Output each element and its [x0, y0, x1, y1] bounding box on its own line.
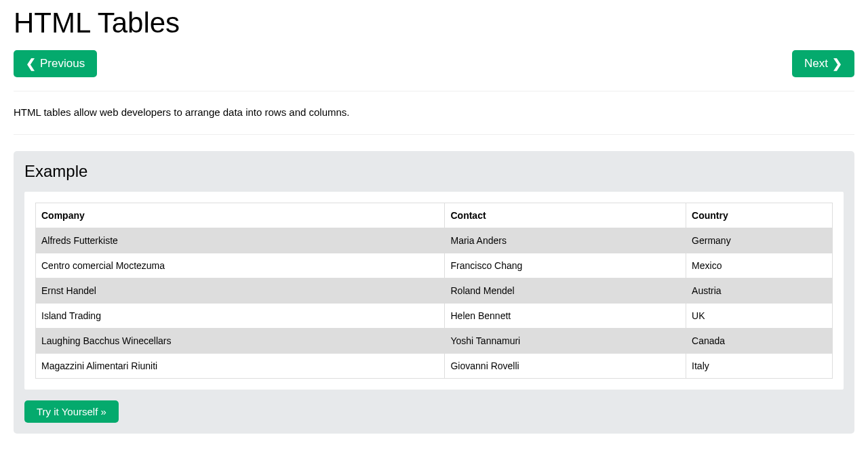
table-cell: Austria: [686, 278, 833, 303]
table-cell: Alfreds Futterkiste: [36, 228, 445, 253]
table-cell: Mexico: [686, 253, 833, 278]
table-row: Centro comercial Moctezuma Francisco Cha…: [36, 253, 833, 278]
try-it-yourself-button[interactable]: Try it Yourself »: [24, 400, 119, 423]
table-header-cell: Country: [686, 203, 833, 228]
table-cell: Island Trading: [36, 303, 445, 328]
previous-button-label: Previous: [40, 57, 85, 70]
example-section: Example Company Contact Country Alfreds …: [14, 151, 854, 434]
table-header-row: Company Contact Country: [36, 203, 833, 228]
table-cell: Laughing Bacchus Winecellars: [36, 328, 445, 353]
table-cell: Italy: [686, 353, 833, 378]
divider: [14, 91, 854, 91]
table-cell: Yoshi Tannamuri: [445, 328, 686, 353]
table-container: Company Contact Country Alfreds Futterki…: [24, 192, 844, 390]
table-header-cell: Company: [36, 203, 445, 228]
table-header-cell: Contact: [445, 203, 686, 228]
divider: [14, 134, 854, 135]
next-button-label: Next: [804, 57, 828, 70]
table-cell: Magazzini Alimentari Riuniti: [36, 353, 445, 378]
table-cell: Centro comercial Moctezuma: [36, 253, 445, 278]
try-it-yourself-label: Try it Yourself »: [37, 406, 106, 417]
nav-row: ❮ Previous Next ❯: [14, 50, 854, 77]
table-cell: Canada: [686, 328, 833, 353]
example-table: Company Contact Country Alfreds Futterki…: [35, 203, 833, 379]
table-cell: Roland Mendel: [445, 278, 686, 303]
table-cell: Ernst Handel: [36, 278, 445, 303]
table-row: Island Trading Helen Bennett UK: [36, 303, 833, 328]
table-row: Alfreds Futterkiste Maria Anders Germany: [36, 228, 833, 253]
example-heading: Example: [24, 162, 844, 181]
table-cell: Francisco Chang: [445, 253, 686, 278]
table-cell: Helen Bennett: [445, 303, 686, 328]
next-button[interactable]: Next ❯: [792, 50, 854, 77]
table-row: Ernst Handel Roland Mendel Austria: [36, 278, 833, 303]
table-row: Magazzini Alimentari Riuniti Giovanni Ro…: [36, 353, 833, 378]
chevron-left-icon: ❮: [26, 58, 36, 70]
page-title: HTML Tables: [14, 7, 854, 39]
table-cell: Giovanni Rovelli: [445, 353, 686, 378]
intro-text: HTML tables allow web developers to arra…: [14, 105, 854, 121]
previous-button[interactable]: ❮ Previous: [14, 50, 97, 77]
chevron-right-icon: ❯: [832, 58, 842, 70]
table-row: Laughing Bacchus Winecellars Yoshi Tanna…: [36, 328, 833, 353]
table-cell: Maria Anders: [445, 228, 686, 253]
table-cell: UK: [686, 303, 833, 328]
table-cell: Germany: [686, 228, 833, 253]
